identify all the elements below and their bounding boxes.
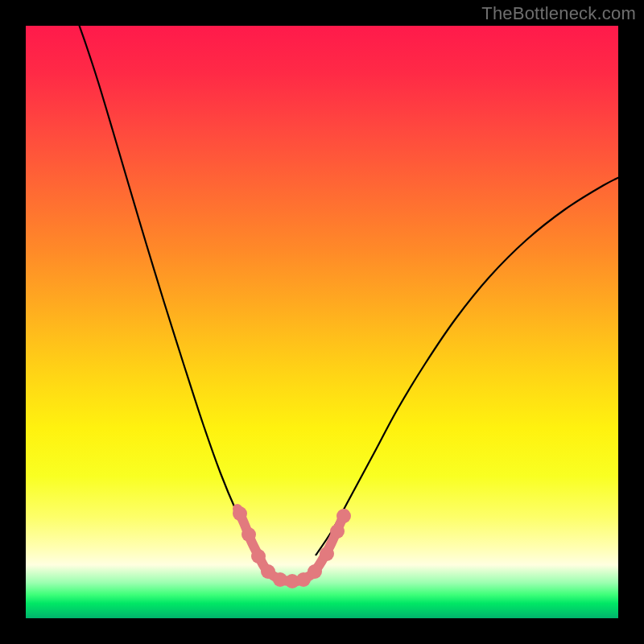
valley-pink-dots-point <box>330 524 345 539</box>
curve-right <box>316 174 618 555</box>
valley-pink-dots-point <box>251 549 266 564</box>
valley-pink-dots-point <box>336 509 351 523</box>
valley-pink-dots-point <box>233 506 247 521</box>
valley-pink-dots-point <box>308 564 322 579</box>
chart-svg <box>26 26 618 618</box>
watermark-text: TheBottleneck.com <box>481 3 636 24</box>
valley-pink-dots-point <box>261 564 275 579</box>
plot-area <box>26 26 618 618</box>
valley-pink-dots-point <box>320 547 334 561</box>
chart-frame: TheBottleneck.com <box>0 0 644 644</box>
valley-pink-band <box>237 509 345 581</box>
valley-pink-dots-point <box>242 527 256 542</box>
curve-left <box>76 26 261 555</box>
